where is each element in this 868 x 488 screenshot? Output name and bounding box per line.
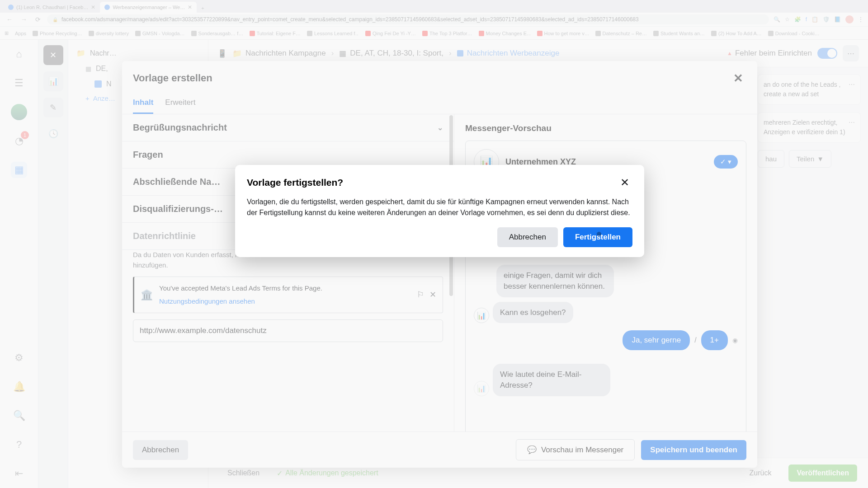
confirm-body: Vorlagen, die du fertigstellst, werden g… — [247, 197, 632, 218]
close-icon[interactable]: ✕ — [617, 175, 632, 190]
confirm-modal: Vorlage fertigstellen? ✕ Vorlagen, die d… — [235, 165, 644, 257]
confirm-title: Vorlage fertigstellen? — [247, 177, 343, 188]
confirm-button[interactable]: Fertigstellen — [563, 227, 632, 247]
cursor-indicator — [597, 232, 601, 236]
cancel-button[interactable]: Abbrechen — [497, 227, 558, 247]
